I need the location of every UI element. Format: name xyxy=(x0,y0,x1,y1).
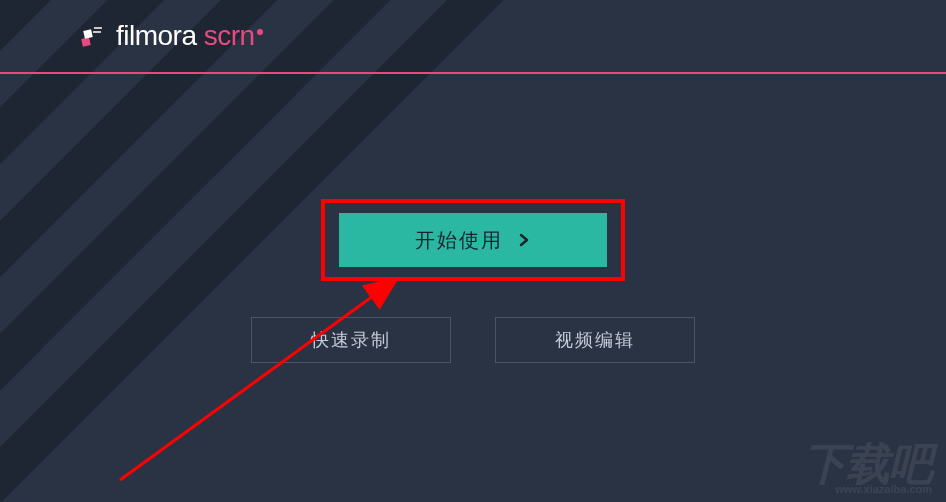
header: filmora scrn xyxy=(0,0,946,74)
highlight-annotation-box: 开始使用 xyxy=(321,199,625,281)
filmora-logo-icon xyxy=(80,24,104,48)
logo-dot-icon xyxy=(257,29,263,35)
logo-brand-primary: filmora xyxy=(116,20,197,51)
logo-brand-accent: scrn xyxy=(197,20,255,51)
logo-text: filmora scrn xyxy=(116,20,263,52)
quick-record-label: 快速录制 xyxy=(311,330,391,350)
video-edit-button[interactable]: 视频编辑 xyxy=(495,317,695,363)
svg-rect-1 xyxy=(83,29,92,38)
logo: filmora scrn xyxy=(80,20,263,52)
video-edit-label: 视频编辑 xyxy=(555,330,635,350)
quick-record-button[interactable]: 快速录制 xyxy=(251,317,451,363)
svg-rect-0 xyxy=(81,37,90,46)
get-started-label: 开始使用 xyxy=(415,227,503,254)
secondary-buttons-row: 快速录制 视频编辑 xyxy=(251,317,695,363)
chevron-right-icon xyxy=(517,229,531,252)
get-started-button[interactable]: 开始使用 xyxy=(339,213,607,267)
watermark-text: 下载吧 xyxy=(803,439,932,488)
watermark: 下载吧 www.xiazaiba.com xyxy=(803,445,932,494)
main-content: 开始使用 快速录制 视频编辑 xyxy=(0,74,946,363)
